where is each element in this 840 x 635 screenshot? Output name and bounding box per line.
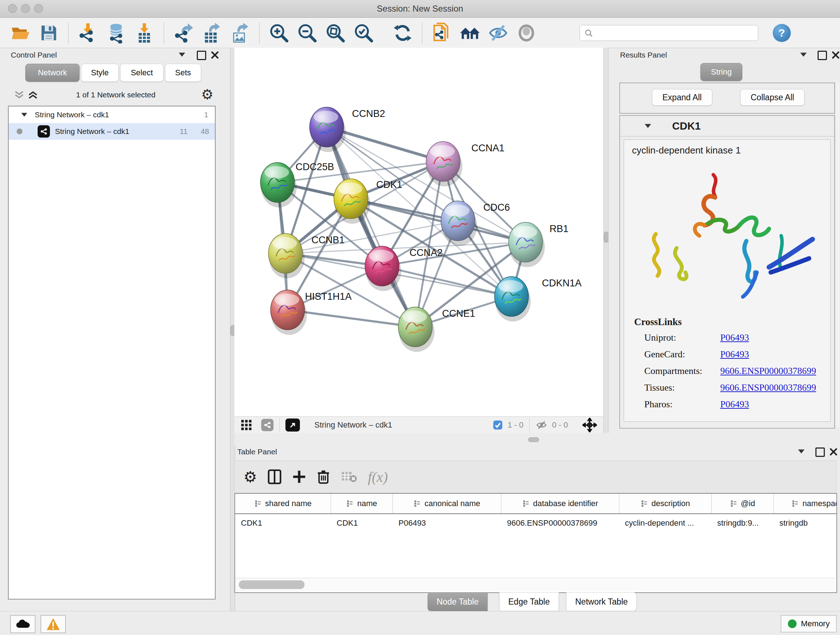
control-panel-float-icon[interactable] [197, 51, 206, 60]
control-panel-collapse-icon[interactable] [179, 52, 185, 57]
table-cell[interactable]: CDK1 [331, 514, 393, 532]
table-panel-close-icon[interactable] [829, 448, 838, 456]
tab-string[interactable]: String [700, 63, 742, 81]
results-scrollbar[interactable] [835, 82, 840, 427]
network-node-CCNE1[interactable]: CCNE1 [398, 307, 475, 352]
table-settings-gear-icon[interactable]: ⚙ [243, 468, 257, 486]
import-table-button[interactable] [134, 22, 155, 44]
crosslink-link[interactable]: 9606.ENSP00000378699 [720, 382, 816, 393]
column-header-database-identifier[interactable]: database identifier [501, 494, 619, 514]
table-hscrollbar-thumb[interactable] [239, 580, 305, 589]
column-header-label: namespace [802, 499, 837, 508]
grid-view-icon[interactable] [240, 419, 253, 431]
column-header-name[interactable]: name [331, 494, 393, 514]
expand-all-button[interactable]: Expand All [652, 89, 712, 106]
gene-header[interactable]: CDK1 [620, 116, 834, 136]
table-cell[interactable]: stringdb:9... [712, 514, 774, 532]
tab-sets[interactable]: Sets [165, 64, 201, 82]
hide-glyphs-button[interactable] [488, 22, 508, 44]
import-network-file-button[interactable] [77, 22, 98, 44]
results-panel-close-icon[interactable] [831, 51, 840, 59]
zoom-fit-button[interactable] [325, 22, 346, 44]
tab-style[interactable]: Style [81, 64, 118, 82]
crosslink-link[interactable]: P06493 [720, 349, 749, 360]
column-header-namespace[interactable]: namespace [774, 494, 837, 514]
table-panel-float-icon[interactable] [815, 448, 825, 457]
collection-expand-icon[interactable] [21, 113, 27, 117]
network-badge-icon[interactable] [261, 419, 273, 431]
save-session-button[interactable] [38, 22, 59, 44]
network-collection-row[interactable]: String Network – cdk1 1 [9, 106, 215, 123]
table-panel-divider[interactable] [234, 433, 840, 446]
delete-table-icon[interactable] [341, 470, 357, 483]
zoom-in-button[interactable] [268, 22, 289, 44]
table-cell[interactable]: 9606.ENSP00000378699 [501, 514, 619, 532]
show-columns-icon[interactable] [267, 469, 282, 485]
refresh-view-button[interactable] [392, 22, 413, 44]
results-panel-float-icon[interactable] [818, 51, 827, 60]
export-image-button[interactable] [229, 22, 250, 44]
control-panel-close-icon[interactable] [210, 51, 219, 59]
import-network-database-button[interactable] [106, 22, 126, 44]
apply-function-fx-icon[interactable]: f(x) [368, 469, 388, 486]
results-panel-collapse-icon[interactable] [800, 52, 807, 57]
table-cell[interactable]: cyclin-dependent ... [619, 514, 712, 532]
help-button[interactable]: ? [773, 24, 791, 42]
crosslink-link[interactable]: 9606.ENSP00000378699 [720, 366, 816, 377]
tab-select[interactable]: Select [120, 64, 164, 82]
column-header-description[interactable]: description [619, 494, 712, 514]
tab-edge-table[interactable]: Edge Table [499, 592, 559, 611]
zoom-out-button[interactable] [297, 22, 317, 44]
table-cell[interactable]: CDK1 [235, 514, 331, 532]
warning-button[interactable] [41, 615, 66, 633]
network-edge-HIST1H1A-CCNE1[interactable] [287, 310, 415, 327]
tab-network-table[interactable]: Network Table [566, 592, 637, 611]
network-node-CDC25B[interactable]: CDC25B [261, 162, 334, 207]
collapse-all-button[interactable]: Collapse All [740, 89, 805, 106]
column-header-shared-name[interactable]: shared name [235, 494, 331, 514]
tab-network[interactable]: Network [25, 64, 80, 82]
export-table-button[interactable] [201, 22, 222, 44]
network-node-CDK1[interactable]: CDK1 [334, 179, 402, 224]
network-options-gear-icon[interactable]: ⚙ [201, 88, 213, 101]
gene-collapse-icon[interactable] [645, 124, 651, 128]
search-input[interactable] [597, 27, 753, 40]
table-panel-collapse-icon[interactable] [798, 449, 805, 453]
network-node-CCNA1[interactable]: CCNA1 [426, 141, 505, 187]
network-node-CDC6[interactable]: CDC6 [441, 201, 510, 246]
crosslink-link[interactable]: P06493 [720, 333, 749, 343]
table-hscrollbar[interactable] [235, 578, 835, 591]
table-cell[interactable]: P06493 [393, 514, 501, 532]
home-button[interactable] [459, 22, 480, 44]
export-network-button[interactable] [173, 22, 194, 44]
expand-all-icon[interactable] [27, 90, 38, 100]
delete-column-icon[interactable] [317, 469, 330, 485]
column-header-canonical-name[interactable]: canonical name [393, 494, 501, 514]
network-row-selected[interactable]: String Network – cdk1 11 48 [9, 123, 215, 140]
column-header--id[interactable]: @id [712, 494, 774, 514]
cloud-status-button[interactable] [10, 615, 35, 633]
network-canvas[interactable]: CCNB2CCNA1CDC25BCDK1CDC6RB1CCNB1CCNA2CDK… [234, 48, 603, 416]
memory-button[interactable]: Memory [781, 615, 837, 632]
network-node-RB1[interactable]: RB1 [508, 222, 569, 267]
open-session-button[interactable] [10, 22, 31, 44]
node-table-grid[interactable]: shared namenamecanonical namedatabase id… [235, 494, 837, 532]
open-in-window-icon[interactable] [286, 418, 300, 432]
network-node-CCNB2[interactable]: CCNB2 [309, 107, 385, 152]
collapse-all-icon[interactable] [14, 90, 25, 100]
network-node-CDKN1A[interactable]: CDKN1A [494, 277, 582, 321]
table-row[interactable]: CDK1CDK1P064939606.ENSP00000378699cyclin… [235, 514, 837, 532]
add-column-icon[interactable] [292, 469, 306, 485]
birds-eye-toggle-icon[interactable] [583, 418, 597, 432]
crosslink-link[interactable]: P06493 [720, 399, 749, 410]
divider-handle[interactable] [528, 437, 539, 442]
show-glyphs-button[interactable] [516, 22, 537, 44]
selected-checkbox-icon[interactable] [493, 420, 503, 431]
zoom-selected-button[interactable] [353, 22, 374, 44]
table-cell[interactable]: stringdb [774, 514, 837, 532]
hidden-eye-icon[interactable] [535, 420, 548, 431]
double-house-icon [459, 23, 480, 43]
network-graph[interactable]: CCNB2CCNA1CDC25BCDK1CDC6RB1CCNB1CCNA2CDK… [234, 48, 603, 416]
tab-node-table[interactable]: Node Table [428, 592, 488, 611]
import-string-file-button[interactable] [431, 22, 452, 44]
